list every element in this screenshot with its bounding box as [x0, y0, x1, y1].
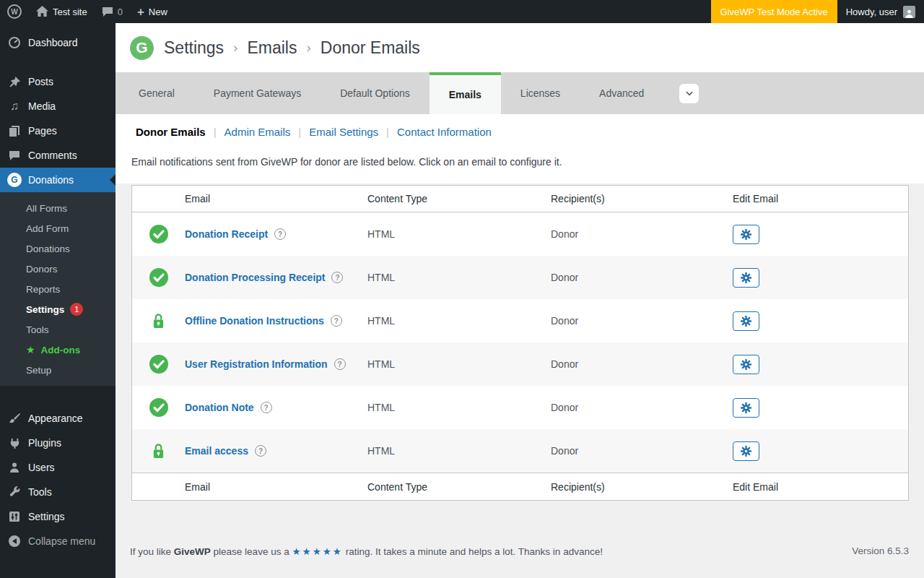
edit-email-button[interactable] — [733, 441, 759, 461]
give-test-mode-badge[interactable]: GiveWP Test Mode Active — [711, 0, 837, 23]
wordpress-menu-button[interactable]: W — [0, 0, 29, 23]
gear-icon — [740, 358, 752, 371]
submenu-item-settings[interactable]: Settings 1 — [0, 299, 116, 319]
sidebar-item-comments[interactable]: Comments — [0, 143, 116, 168]
column-header-email: Email — [185, 193, 367, 204]
section-description: Email notifications sent from GiveWP for… — [116, 156, 924, 168]
table-footer-row: Email Content Type Recipient(s) Edit Ema… — [132, 473, 908, 500]
submenu-item-reports[interactable]: Reports — [0, 279, 116, 299]
settings-notification-badge: 1 — [70, 303, 83, 316]
submenu-item-tools[interactable]: Tools — [0, 319, 116, 340]
collapse-menu-button[interactable]: Collapse menu — [0, 529, 116, 553]
sidebar-item-label: Plugins — [28, 437, 61, 449]
table-header-row: Email Content Type Recipient(s) Edit Ema… — [132, 186, 908, 212]
content-type-cell: HTML — [367, 228, 551, 240]
five-stars-link[interactable]: ★★★★★ — [292, 546, 343, 557]
submenu-item-donations[interactable]: Donations — [0, 238, 116, 259]
wordpress-logo-icon: W — [7, 4, 22, 19]
content-type-cell: HTML — [367, 445, 551, 457]
submenu-item-add-ons[interactable]: ★ Add-ons — [0, 340, 116, 360]
help-icon[interactable]: ? — [274, 228, 286, 240]
version-label: Version 6.5.3 — [852, 545, 909, 557]
help-icon[interactable]: ? — [331, 272, 343, 283]
tab-advanced[interactable]: Advanced — [580, 72, 663, 114]
help-icon[interactable]: ? — [334, 358, 346, 370]
email-title-link[interactable]: Offline Donation Instructions — [185, 315, 324, 327]
more-tabs-button[interactable] — [679, 84, 699, 103]
status-enabled-icon — [149, 268, 168, 287]
site-name-label: Test site — [53, 7, 87, 17]
email-subnav: Donor Emails | Admin Emails | Email Sett… — [116, 126, 924, 138]
donor-emails-table: Email Content Type Recipient(s) Edit Ema… — [131, 185, 909, 501]
help-icon[interactable]: ? — [255, 445, 266, 457]
help-icon[interactable]: ? — [261, 402, 272, 413]
column-footer-edit-email: Edit Email — [733, 481, 908, 493]
gear-icon — [740, 315, 752, 327]
column-header-content-type: Content Type — [367, 193, 551, 204]
tab-payment-gateways[interactable]: Payment Gateways — [194, 72, 321, 114]
email-title-link[interactable]: Donation Note — [185, 402, 254, 413]
email-title-link[interactable]: Email access — [185, 445, 248, 457]
submenu-item-all-forms[interactable]: All Forms — [0, 198, 116, 218]
tab-default-options[interactable]: Default Options — [321, 72, 430, 114]
admin-sidebar: Dashboard Posts ♫ Media Pages Comments G… — [0, 23, 116, 578]
pushpin-icon — [7, 76, 22, 88]
status-locked-icon — [152, 443, 165, 459]
help-icon[interactable]: ? — [331, 315, 342, 327]
subnav-admin-emails[interactable]: Admin Emails — [225, 126, 291, 138]
sidebar-item-label: Tools — [28, 486, 52, 498]
table-row: Email access ? HTML Donor — [132, 429, 908, 473]
recipients-cell: Donor — [551, 402, 733, 413]
column-header-edit-email: Edit Email — [733, 193, 908, 204]
status-enabled-icon — [149, 225, 168, 243]
subnav-donor-emails[interactable]: Donor Emails — [136, 126, 206, 138]
sidebar-item-pages[interactable]: Pages — [0, 118, 116, 143]
tab-emails[interactable]: Emails — [430, 72, 501, 114]
donations-submenu: All Forms Add Form Donations Donors Repo… — [0, 192, 116, 386]
sidebar-item-label: Users — [28, 462, 55, 473]
submenu-item-setup[interactable]: Setup — [0, 360, 116, 380]
comment-bubble-icon — [102, 7, 113, 17]
comments-shortcut[interactable]: 0 — [95, 0, 130, 23]
settings-tab-bar: General Payment Gateways Default Options… — [116, 72, 924, 114]
sidebar-item-label: Dashboard — [28, 37, 78, 48]
table-row: Donation Receipt ? HTML Donor — [132, 212, 908, 256]
submenu-item-donors[interactable]: Donors — [0, 259, 116, 279]
breadcrumb-settings-link[interactable]: Settings — [164, 38, 224, 58]
status-locked-icon — [152, 313, 165, 329]
submenu-item-add-form[interactable]: Add Form — [0, 218, 116, 238]
subnav-contact-information[interactable]: Contact Information — [397, 126, 492, 138]
email-title-link[interactable]: Donation Processing Receipt — [185, 272, 325, 283]
sidebar-item-posts[interactable]: Posts — [0, 69, 116, 94]
edit-email-button[interactable] — [733, 398, 759, 418]
breadcrumb-emails-link[interactable]: Emails — [247, 38, 297, 58]
table-row: Donation Processing Receipt ? HTML Donor — [132, 256, 908, 299]
tab-general[interactable]: General — [119, 72, 194, 114]
edit-email-button[interactable] — [733, 311, 759, 331]
edit-email-button[interactable] — [733, 225, 759, 244]
sidebar-item-appearance[interactable]: Appearance — [0, 406, 116, 431]
givewp-logo: G — [130, 36, 154, 60]
account-menu[interactable]: Howdy, user — [837, 0, 924, 23]
sidebar-item-dashboard[interactable]: Dashboard — [0, 30, 116, 55]
subnav-email-settings[interactable]: Email Settings — [309, 126, 378, 138]
tab-licenses[interactable]: Licenses — [501, 72, 580, 114]
sidebar-item-settings[interactable]: Settings — [0, 504, 116, 529]
email-title-link[interactable]: User Registration Information — [185, 358, 328, 370]
sidebar-item-users[interactable]: Users — [0, 455, 116, 480]
sidebar-item-tools[interactable]: Tools — [0, 480, 116, 504]
site-name-link[interactable]: Test site — [29, 0, 95, 23]
plugin-icon — [7, 437, 22, 449]
dashboard-icon — [7, 36, 22, 49]
column-footer-content-type: Content Type — [367, 481, 551, 493]
sidebar-item-label: Donations — [28, 174, 74, 186]
edit-email-button[interactable] — [733, 268, 759, 288]
sidebar-item-label: Settings — [28, 511, 65, 522]
edit-email-button[interactable] — [733, 355, 759, 374]
email-title-link[interactable]: Donation Receipt — [185, 228, 268, 240]
sidebar-item-donations[interactable]: G Donations — [0, 168, 116, 192]
new-content-button[interactable]: + New — [130, 0, 175, 23]
sidebar-item-media[interactable]: ♫ Media — [0, 94, 116, 118]
breadcrumb: Settings › Emails › Donor Emails — [164, 38, 420, 58]
sidebar-item-plugins[interactable]: Plugins — [0, 431, 116, 455]
